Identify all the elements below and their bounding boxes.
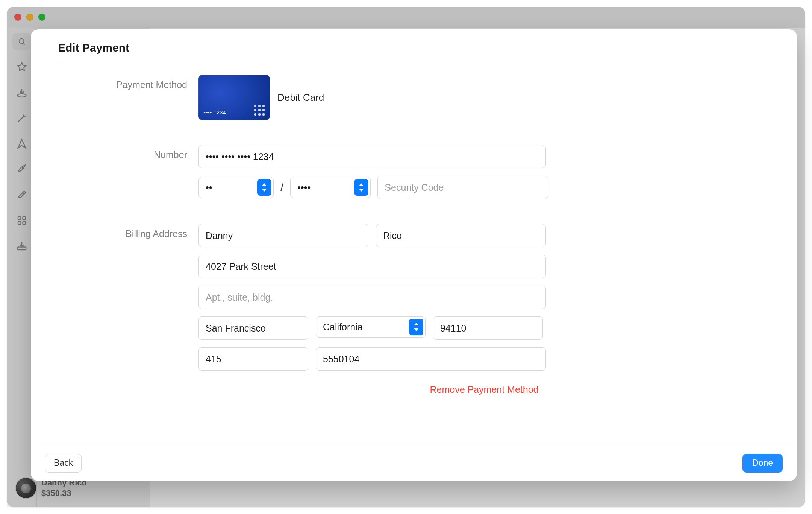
back-button[interactable]: Back [45,454,82,473]
star-icon [16,61,27,73]
wand-icon [16,113,27,124]
remove-payment-link[interactable]: Remove Payment Method [430,384,538,395]
window-close-button[interactable] [14,14,21,21]
state-value: California [323,322,363,333]
rocket-icon [16,164,27,175]
card-type-label: Debit Card [277,92,324,103]
account-balance: $350.33 [41,488,87,499]
svg-rect-7 [17,247,26,250]
hammer-icon [16,189,27,201]
svg-point-1 [17,94,26,97]
card-preview: •••• 1234 [198,75,270,120]
exp-separator: / [280,181,283,194]
svg-rect-3 [18,217,21,220]
svg-rect-4 [23,217,26,220]
sidebar-work[interactable] [15,137,29,151]
first-name-input[interactable] [198,224,368,247]
titlebar [7,7,805,28]
billing-address-label: Billing Address [58,224,189,239]
state-select[interactable]: California [316,316,426,338]
phone-number-input[interactable] [316,347,546,371]
stepper-icon [409,319,423,335]
svg-rect-5 [18,222,21,225]
sidebar-categories[interactable] [15,214,29,227]
window-minimize-button[interactable] [26,14,33,21]
sidebar-discover[interactable] [15,60,29,74]
last-name-input[interactable] [376,224,546,247]
city-input[interactable] [198,316,308,340]
zip-input[interactable] [433,316,543,340]
card-preview-last4: •••• 1234 [204,109,226,116]
window-zoom-button[interactable] [38,14,45,21]
svg-rect-6 [23,222,26,225]
stepper-icon [354,179,368,196]
stepper-icon [257,179,271,196]
card-number-input[interactable] [198,145,546,168]
sheet-title: Edit Payment [58,41,770,54]
edit-payment-sheet: Edit Payment Payment Method •••• 1234 [31,29,797,481]
search-icon [18,37,26,46]
payment-method-label: Payment Method [58,75,189,90]
download-icon [16,87,27,98]
cvv-input[interactable] [377,176,548,199]
done-button[interactable]: Done [742,454,783,473]
sidebar-updates[interactable] [15,239,29,253]
traffic-lights [14,14,45,21]
compass-icon [16,138,27,149]
svg-point-0 [19,39,24,44]
card-number-label: Number [58,145,189,160]
sidebar-develop[interactable] [15,188,29,202]
phone-area-input[interactable] [198,347,308,371]
grid-icon [16,215,27,226]
sidebar-play[interactable] [15,163,29,176]
sidebar-search[interactable] [12,33,31,50]
tray-download-icon [16,240,27,252]
exp-year-value: •••• [297,182,311,193]
sidebar-create[interactable] [15,111,29,125]
sidebar-arcade[interactable] [15,86,29,99]
street-input[interactable] [198,255,546,278]
exp-year-select[interactable]: •••• [290,177,371,198]
exp-month-value: •• [206,182,212,193]
street2-input[interactable] [198,286,546,309]
exp-month-select[interactable]: •• [198,177,274,198]
